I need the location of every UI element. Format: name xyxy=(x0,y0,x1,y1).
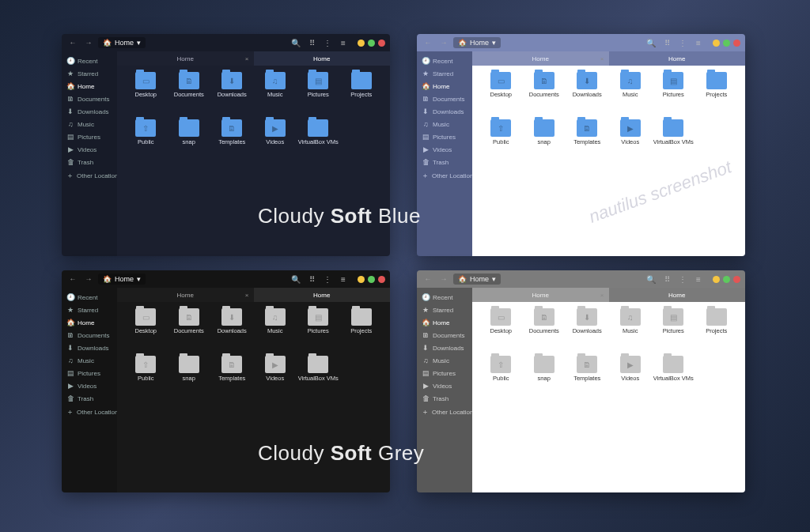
folder-projects[interactable]: Projects xyxy=(341,72,383,116)
maximize-button[interactable] xyxy=(723,276,730,283)
sidebar-item-documents[interactable]: 🗎Documents xyxy=(62,329,117,341)
folder-templates[interactable]: 🗎Templates xyxy=(566,119,608,164)
sidebar-item-recent[interactable]: 🕘Recent xyxy=(417,291,472,304)
tab-0[interactable]: Home× xyxy=(117,51,254,66)
sidebar-item-downloads[interactable]: ⬇Downloads xyxy=(62,341,117,354)
sidebar-item-home[interactable]: 🏠Home xyxy=(62,80,117,92)
back-button[interactable]: ← xyxy=(66,36,79,49)
sidebar-item-pictures[interactable]: ▤Pictures xyxy=(62,367,117,379)
folder-templates[interactable]: 🗎Templates xyxy=(566,356,608,400)
sidebar-item-trash[interactable]: 🗑Trash xyxy=(62,156,117,168)
minimize-button[interactable] xyxy=(713,40,720,47)
sidebar-item-downloads[interactable]: ⬇Downloads xyxy=(417,105,472,118)
folder-public[interactable]: ⇧Public xyxy=(125,356,167,400)
sidebar-item-starred[interactable]: ★Starred xyxy=(417,304,472,316)
folder-projects[interactable]: Projects xyxy=(341,308,383,353)
folder-public[interactable]: ⇧Public xyxy=(125,119,167,164)
folder-pictures[interactable]: ▤Pictures xyxy=(297,72,339,116)
back-button[interactable]: ← xyxy=(422,273,434,285)
folder-virtualbox-vms[interactable]: VirtualBox VMs xyxy=(297,119,339,164)
more-icon[interactable]: ⋮ xyxy=(321,36,334,49)
sidebar-item-home[interactable]: 🏠Home xyxy=(417,80,472,92)
folder-videos[interactable]: ▶Videos xyxy=(610,119,652,164)
maximize-button[interactable] xyxy=(723,40,730,47)
folder-documents[interactable]: 🗎Documents xyxy=(524,72,566,116)
sidebar-item-pictures[interactable]: ▤Pictures xyxy=(417,130,472,143)
folder-videos[interactable]: ▶Videos xyxy=(255,119,297,164)
folder-videos[interactable]: ▶Videos xyxy=(255,356,297,400)
folder-videos[interactable]: ▶Videos xyxy=(610,356,652,400)
folder-desktop[interactable]: ▭Desktop xyxy=(125,72,167,116)
menu-icon[interactable]: ≡ xyxy=(337,36,350,49)
sidebar-item-other-locations[interactable]: ＋Other Locations xyxy=(62,168,117,183)
path-breadcrumb[interactable]: 🏠Home▾ xyxy=(453,274,501,285)
sidebar-item-videos[interactable]: ▶Videos xyxy=(417,379,472,392)
back-button[interactable]: ← xyxy=(66,273,79,285)
folder-pictures[interactable]: ▤Pictures xyxy=(653,308,695,353)
menu-icon[interactable]: ≡ xyxy=(692,36,705,49)
folder-documents[interactable]: 🗎Documents xyxy=(168,72,210,116)
minimize-button[interactable] xyxy=(358,276,365,283)
sidebar-item-videos[interactable]: ▶Videos xyxy=(417,143,472,156)
sidebar-item-trash[interactable]: 🗑Trash xyxy=(62,392,117,405)
close-tab-icon[interactable]: × xyxy=(245,292,249,299)
sidebar-item-trash[interactable]: 🗑Trash xyxy=(417,392,472,405)
view-toggle-icon[interactable]: ⠿ xyxy=(660,273,673,285)
path-breadcrumb[interactable]: 🏠Home▾ xyxy=(98,274,146,285)
path-breadcrumb[interactable]: 🏠Home▾ xyxy=(98,37,146,48)
folder-virtualbox-vms[interactable]: VirtualBox VMs xyxy=(297,356,339,400)
close-button[interactable] xyxy=(378,276,385,283)
folder-documents[interactable]: 🗎Documents xyxy=(168,308,210,353)
maximize-button[interactable] xyxy=(368,40,375,47)
sidebar-item-documents[interactable]: 🗎Documents xyxy=(62,92,117,105)
folder-pictures[interactable]: ▤Pictures xyxy=(653,72,695,116)
menu-icon[interactable]: ≡ xyxy=(337,273,350,285)
minimize-button[interactable] xyxy=(358,40,365,47)
tab-1[interactable]: Home xyxy=(609,288,746,302)
sidebar-item-recent[interactable]: 🕘Recent xyxy=(62,55,117,67)
forward-button[interactable]: → xyxy=(437,36,450,49)
view-toggle-icon[interactable]: ⠿ xyxy=(305,36,318,49)
forward-button[interactable]: → xyxy=(82,36,95,49)
view-toggle-icon[interactable]: ⠿ xyxy=(305,273,318,285)
maximize-button[interactable] xyxy=(368,276,375,283)
view-toggle-icon[interactable]: ⠿ xyxy=(660,36,673,49)
sidebar-item-starred[interactable]: ★Starred xyxy=(62,304,117,316)
folder-snap[interactable]: snap xyxy=(168,356,210,400)
search-icon[interactable]: 🔍 xyxy=(645,36,657,49)
folder-downloads[interactable]: ⬇Downloads xyxy=(211,72,253,116)
sidebar-item-pictures[interactable]: ▤Pictures xyxy=(417,367,472,379)
close-button[interactable] xyxy=(378,40,385,47)
folder-pictures[interactable]: ▤Pictures xyxy=(297,308,339,353)
search-icon[interactable]: 🔍 xyxy=(645,273,657,285)
folder-public[interactable]: ⇧Public xyxy=(480,356,522,400)
folder-desktop[interactable]: ▭Desktop xyxy=(480,72,522,116)
search-icon[interactable]: 🔍 xyxy=(290,273,302,285)
sidebar-item-videos[interactable]: ▶Videos xyxy=(62,143,117,156)
folder-projects[interactable]: Projects xyxy=(696,308,738,353)
folder-music[interactable]: ♫Music xyxy=(610,72,652,116)
tab-0[interactable]: Home× xyxy=(472,288,609,302)
tab-1[interactable]: Home xyxy=(254,288,391,302)
folder-templates[interactable]: 🗎Templates xyxy=(211,356,253,400)
forward-button[interactable]: → xyxy=(437,273,450,285)
close-button[interactable] xyxy=(733,40,740,47)
folder-snap[interactable]: snap xyxy=(524,119,566,164)
back-button[interactable]: ← xyxy=(422,36,434,49)
folder-virtualbox-vms[interactable]: VirtualBox VMs xyxy=(653,119,695,164)
folder-snap[interactable]: snap xyxy=(524,356,566,400)
folder-downloads[interactable]: ⬇Downloads xyxy=(566,72,608,116)
menu-icon[interactable]: ≡ xyxy=(692,273,705,285)
folder-music[interactable]: ♫Music xyxy=(610,308,652,353)
folder-snap[interactable]: snap xyxy=(168,119,210,164)
sidebar-item-downloads[interactable]: ⬇Downloads xyxy=(62,105,117,118)
sidebar-item-other-locations[interactable]: ＋Other Locations xyxy=(417,168,472,183)
folder-desktop[interactable]: ▭Desktop xyxy=(480,308,522,353)
tab-1[interactable]: Home xyxy=(609,51,746,66)
folder-downloads[interactable]: ⬇Downloads xyxy=(211,308,253,353)
close-tab-icon[interactable]: × xyxy=(600,292,604,299)
folder-templates[interactable]: 🗎Templates xyxy=(211,119,253,164)
sidebar-item-home[interactable]: 🏠Home xyxy=(62,316,117,329)
sidebar-item-music[interactable]: ♫Music xyxy=(417,354,472,367)
tab-1[interactable]: Home xyxy=(254,51,391,66)
